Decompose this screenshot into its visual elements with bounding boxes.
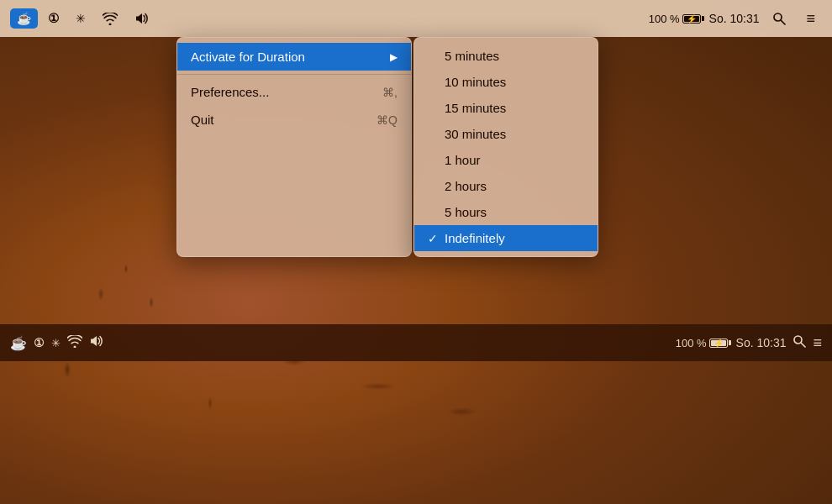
sub-menu-label-2hours: 2 hours [445, 179, 487, 193]
sub-menu-label-10min: 10 minutes [445, 75, 506, 89]
sub-menu-item-15min[interactable]: 15 minutes [414, 95, 598, 121]
sub-menu-checkmark-2hours [428, 180, 445, 193]
statusbar-bluetooth-icon[interactable]: ✳ [51, 337, 61, 349]
sub-menu-label-5hours: 5 hours [445, 205, 487, 219]
menubar-controlcenter-icon[interactable]: ≡ [799, 7, 822, 31]
svg-line-1 [781, 20, 785, 24]
menubar-spotlight-icon[interactable] [766, 8, 793, 29]
menu-item-quit[interactable]: Quit ⌘Q [177, 106, 411, 134]
sub-menu-label-1hour: 1 hour [445, 153, 481, 167]
menu-item-quit-shortcut: ⌘Q [377, 113, 398, 127]
main-dropdown: Activate for Duration ▶ Preferences... ⌘… [176, 37, 412, 257]
sub-menu-item-30min[interactable]: 30 minutes [414, 121, 598, 147]
statusbar-charging-icon: ⚡ [714, 339, 724, 348]
dropdown-container: Activate for Duration ▶ Preferences... ⌘… [176, 37, 598, 257]
sub-menu-item-5hours[interactable]: 5 hours [414, 199, 598, 225]
menubar-battery: 100 % ⚡ [649, 13, 703, 25]
sub-menu-item-5min[interactable]: 5 minutes [414, 43, 598, 69]
statusbar: ☕ ① ✳ 100 % ⚡ So. 10:31 [0, 324, 832, 361]
statusbar-left: ☕ ① ✳ [10, 334, 104, 351]
statusbar-battery: 100 % ⚡ [676, 337, 729, 349]
menubar-right: 100 % ⚡ So. 10:31 ≡ [649, 7, 822, 31]
statusbar-time: So. 10:31 [736, 336, 787, 349]
menubar-battery-percent: 100 % [649, 13, 680, 25]
sub-menu-label-5min: 5 minutes [445, 49, 499, 63]
menu-item-activate-duration-label: Activate for Duration [191, 50, 305, 64]
sub-menu-label-15min: 15 minutes [445, 101, 506, 115]
statusbar-wifi-icon[interactable] [67, 335, 82, 351]
menu-separator-1 [177, 74, 411, 75]
sub-menu-checkmark-5hours [428, 206, 445, 219]
sub-menu-checkmark-10min [428, 76, 445, 89]
sub-menu-item-10min[interactable]: 10 minutes [414, 69, 598, 95]
menubar-bluetooth-icon[interactable]: ✳ [69, 8, 92, 29]
menu-item-preferences[interactable]: Preferences... ⌘, [177, 78, 411, 106]
menubar-volume-icon[interactable] [128, 8, 156, 29]
sub-menu-checkmark-1hour [428, 154, 445, 167]
statusbar-spotlight-icon[interactable] [793, 334, 806, 351]
menubar-battery-bar: ⚡ [682, 14, 701, 24]
menu-item-activate-duration-chevron: ▶ [390, 51, 398, 63]
sub-menu-checkmark-indefinitely: ✓ [428, 232, 445, 245]
statusbar-right: 100 % ⚡ So. 10:31 ≡ [676, 334, 822, 352]
sub-menu-checkmark-15min [428, 102, 445, 115]
sub-dropdown: 5 minutes 10 minutes 15 minutes 30 minut… [413, 37, 598, 257]
statusbar-coffee-icon[interactable]: ☕ [10, 335, 27, 351]
sub-menu-checkmark-5min [428, 50, 445, 63]
sub-menu-label-indefinitely: Indefinitely [445, 231, 505, 245]
menubar-1password-icon[interactable]: ① [41, 8, 66, 29]
sub-menu-item-2hours[interactable]: 2 hours [414, 173, 598, 199]
menubar: ☕ ① ✳ 100 % ⚡ So. 10:31 [0, 0, 832, 37]
menubar-wifi-icon[interactable] [96, 9, 124, 29]
sub-menu-checkmark-30min [428, 128, 445, 141]
menubar-time: So. 10:31 [709, 12, 760, 25]
sub-menu-item-indefinitely[interactable]: ✓ Indefinitely [414, 225, 598, 251]
menu-item-quit-label: Quit [191, 113, 214, 127]
statusbar-battery-bar: ⚡ [709, 339, 728, 348]
menu-item-preferences-shortcut: ⌘, [382, 86, 398, 99]
statusbar-1password-icon[interactable]: ① [34, 336, 45, 349]
menubar-charging-icon: ⚡ [687, 14, 697, 24]
menubar-coffee-icon[interactable]: ☕ [10, 8, 38, 29]
statusbar-volume-icon[interactable] [89, 334, 104, 351]
sub-menu-label-30min: 30 minutes [445, 127, 506, 141]
menu-item-preferences-label: Preferences... [191, 85, 269, 99]
svg-line-3 [801, 343, 805, 347]
menubar-left: ☕ ① ✳ [10, 8, 156, 29]
sub-menu-item-1hour[interactable]: 1 hour [414, 147, 598, 173]
statusbar-controlcenter-icon[interactable]: ≡ [813, 334, 822, 352]
statusbar-battery-percent: 100 % [676, 337, 707, 349]
menu-item-activate-duration[interactable]: Activate for Duration ▶ [177, 43, 411, 71]
